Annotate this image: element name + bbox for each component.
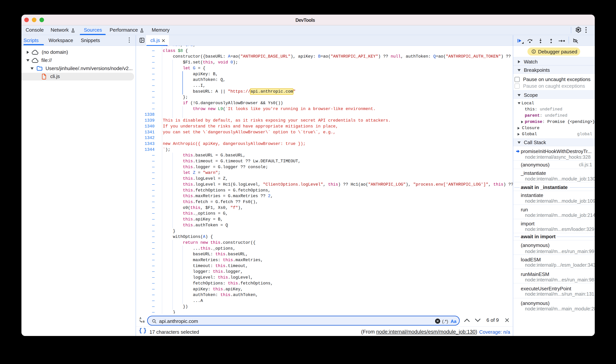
svg-text:B: B [143, 320, 145, 323]
svg-text:A: A [140, 317, 141, 320]
